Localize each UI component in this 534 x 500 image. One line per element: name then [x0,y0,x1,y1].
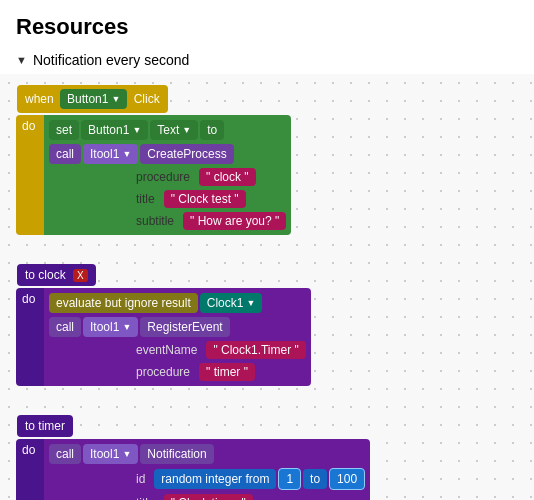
clock-test-string[interactable]: " Clock test " [164,190,246,208]
subtitle-row-1: subtitle " How are you? " [128,211,287,231]
left-rail-2: do [16,288,44,386]
timer-string[interactable]: " timer " [199,363,255,381]
itool2-dropdown[interactable]: Itool1▼ [83,317,138,337]
click-label: Click [134,92,160,106]
inner-blocks-3: call Itool1▼ Notification id random inte… [44,439,370,500]
itool1-dropdown[interactable]: Itool1▼ [83,144,138,164]
button1-text-dropdown[interactable]: Button1▼ [81,120,148,140]
when-hat-block: when Button1 ▼ Click [17,85,168,113]
block-row-to-timer: to timer [16,414,370,438]
set-row: set Button1▼ Text▼ to [48,119,287,141]
to-clock-block: to clock X [17,264,96,286]
section-header[interactable]: ▼ Notification every second [0,46,534,74]
evaluate-block: evaluate but ignore result [49,293,198,313]
title-label-3: title [128,493,163,500]
blocks-area: when Button1 ▼ Click do set But [0,74,534,500]
block-row-when: when Button1 ▼ Click [16,84,291,114]
inner-blocks-2: evaluate but ignore result Clock1▼ call … [44,288,311,386]
do-label-2: do [16,288,44,310]
collapse-arrow-icon: ▼ [16,54,27,66]
left-rail-1: do [16,115,44,235]
eventname-row: eventName " Clock1.Timer " [128,340,307,360]
title-label-1: title [128,189,163,209]
from-val-block[interactable]: 1 [278,468,301,490]
call-block-2: call [49,317,81,337]
to-label-2: to [25,268,35,282]
do-block-container-2: do evaluate but ignore result Clock1▼ ca… [16,288,311,386]
do-block-container-3: do call Itool1▼ Notification id random i… [16,439,370,500]
how-are-you-string[interactable]: " How are you? " [183,212,286,230]
clock1-dropdown[interactable]: Clock1▼ [200,293,263,313]
id-row: id random integer from 1 to 100 [128,467,366,491]
to-val-block[interactable]: 100 [329,468,365,490]
timer-name: timer [38,419,65,433]
section-title: Notification every second [33,52,189,68]
call-row-1: call Itool1▼ CreateProcess [48,143,287,165]
procedure-label-2: procedure [128,362,198,382]
id-label: id [128,469,153,489]
x-badge[interactable]: X [73,269,88,282]
clock1timer-string[interactable]: " Clock1.Timer " [206,341,305,359]
subtitle-label-1: subtitle [128,211,182,231]
to-label-3: to [25,419,35,433]
call-row-3: call Itool1▼ Notification [48,443,366,465]
do-label-3: do [16,439,44,461]
block-group-1: when Button1 ▼ Click do set But [16,84,291,235]
to-timer-block: to timer [17,415,73,437]
set-block: set [49,120,79,140]
evaluate-row: evaluate but ignore result Clock1▼ [48,292,307,314]
register-event-block: RegisterEvent [140,317,229,337]
clock-string[interactable]: " clock " [199,168,256,186]
random-block: random integer from [154,469,276,489]
title-row-3: title " Clock timer " [128,493,366,500]
page-title: Resources [0,0,534,46]
text-dropdown[interactable]: Text▼ [150,120,198,140]
block-row-to-clock: to clock X [16,263,311,287]
to-connector: to [303,469,327,489]
notification-block: Notification [140,444,213,464]
do-label-1: do [16,115,44,137]
create-process-block: CreateProcess [140,144,233,164]
call-block-1: call [49,144,81,164]
procedure-label-1: procedure [128,167,198,187]
procedure-row-1: procedure " clock " [128,167,287,187]
call-block-3: call [49,444,81,464]
do-block-container-1: do set Button1▼ Text▼ to call [16,115,291,235]
inner-blocks-1: set Button1▼ Text▼ to call Itool1▼ Creat… [44,115,291,235]
itool3-dropdown[interactable]: Itool1▼ [83,444,138,464]
clock-timer-string[interactable]: " Clock timer " [164,494,253,500]
call-row-2: call Itool1▼ RegisterEvent [48,316,307,338]
clock-name: clock [38,268,65,282]
title-row-1: title " Clock test " [128,189,287,209]
when-label: when [25,92,54,106]
procedure-row-2: procedure " timer " [128,362,307,382]
block-group-2: to clock X do evaluate but ignore result… [16,263,311,386]
to-label-1: to [200,120,224,140]
block-group-3: to timer do call Itool1▼ Notification [16,414,370,500]
left-rail-3: do [16,439,44,500]
eventname-label: eventName [128,340,205,360]
button1-dropdown[interactable]: Button1 ▼ [60,89,127,109]
